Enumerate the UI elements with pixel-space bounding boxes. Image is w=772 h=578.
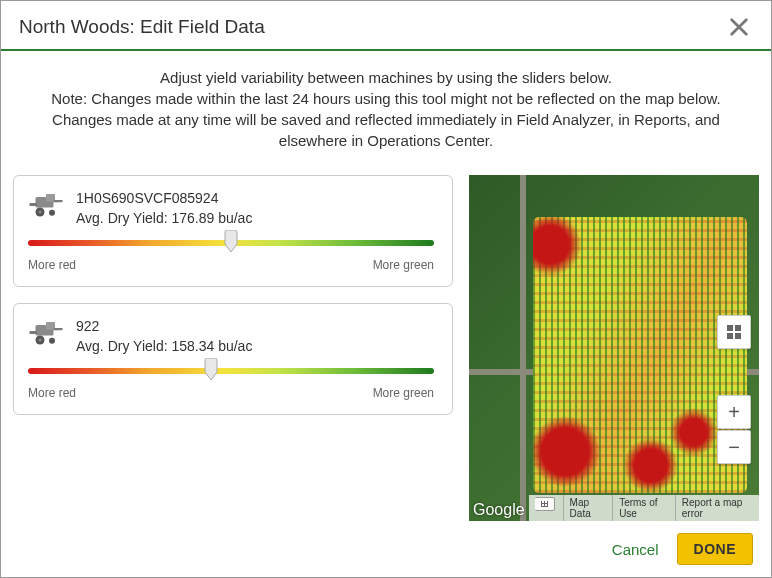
slider-label-right: More green	[373, 258, 434, 272]
yield-slider[interactable]	[28, 368, 434, 374]
content-area: 1H0S690SVCF085924 Avg. Dry Yield: 176.89…	[1, 163, 771, 521]
svg-point-5	[49, 210, 55, 216]
keyboard-shortcuts-button[interactable]	[529, 495, 563, 521]
close-icon	[728, 16, 750, 38]
map-panel[interactable]: + − Google Map Data Terms of Use Report …	[469, 175, 759, 521]
slider-thumb[interactable]	[203, 358, 219, 382]
terms-link[interactable]: Terms of Use	[612, 495, 675, 521]
map-zoom-controls: + −	[717, 395, 751, 464]
attribution-links: Map Data Terms of Use Report a map error	[529, 495, 759, 521]
svg-point-11	[39, 339, 42, 342]
machine-yield: Avg. Dry Yield: 176.89 bu/ac	[76, 210, 252, 226]
machine-list: 1H0S690SVCF085924 Avg. Dry Yield: 176.89…	[13, 175, 453, 521]
slider-label-right: More green	[373, 386, 434, 400]
dialog-header: North Woods: Edit Field Data	[1, 1, 771, 51]
machine-name: 1H0S690SVCF085924	[76, 190, 252, 206]
zoom-in-button[interactable]: +	[717, 395, 751, 429]
machine-name: 922	[76, 318, 252, 334]
map-data-link[interactable]: Map Data	[563, 495, 613, 521]
yield-overlay	[533, 217, 748, 494]
keyboard-icon	[535, 497, 555, 511]
combine-icon	[28, 192, 64, 220]
slider-thumb[interactable]	[223, 230, 239, 254]
svg-rect-15	[735, 325, 741, 331]
machine-card: 1H0S690SVCF085924 Avg. Dry Yield: 176.89…	[13, 175, 453, 287]
intro-text: Adjust yield variability between machine…	[1, 51, 771, 163]
map-attribution: Google Map Data Terms of Use Report a ma…	[469, 495, 759, 521]
slider-track	[28, 368, 434, 374]
combine-icon	[28, 320, 64, 348]
intro-line-1: Adjust yield variability between machine…	[31, 67, 741, 88]
intro-line-2: Note: Changes made within the last 24 ho…	[31, 88, 741, 151]
cancel-button[interactable]: Cancel	[612, 541, 659, 558]
svg-rect-6	[54, 200, 63, 202]
machine-header: 922 Avg. Dry Yield: 158.34 bu/ac	[28, 318, 434, 354]
edit-field-data-dialog: North Woods: Edit Field Data Adjust yiel…	[0, 0, 772, 578]
done-button[interactable]: DONE	[677, 533, 753, 565]
svg-rect-9	[30, 331, 38, 334]
svg-rect-13	[54, 328, 63, 330]
svg-rect-2	[30, 203, 38, 206]
slider-label-left: More red	[28, 386, 76, 400]
slider-labels: More red More green	[28, 258, 434, 272]
machine-header: 1H0S690SVCF085924 Avg. Dry Yield: 176.89…	[28, 190, 434, 226]
svg-point-4	[39, 211, 42, 214]
machine-info: 922 Avg. Dry Yield: 158.34 bu/ac	[76, 318, 252, 354]
close-button[interactable]	[725, 13, 753, 41]
machine-card: 922 Avg. Dry Yield: 158.34 bu/ac More re…	[13, 303, 453, 415]
grid-icon	[726, 324, 742, 340]
machine-info: 1H0S690SVCF085924 Avg. Dry Yield: 176.89…	[76, 190, 252, 226]
svg-rect-16	[727, 333, 733, 339]
google-logo: Google	[469, 499, 529, 521]
svg-rect-17	[735, 333, 741, 339]
yield-slider[interactable]	[28, 240, 434, 246]
slider-labels: More red More green	[28, 386, 434, 400]
machine-yield: Avg. Dry Yield: 158.34 bu/ac	[76, 338, 252, 354]
svg-rect-14	[727, 325, 733, 331]
slider-label-left: More red	[28, 258, 76, 272]
svg-point-12	[49, 338, 55, 344]
dialog-footer: Cancel DONE	[1, 521, 771, 577]
layers-button[interactable]	[717, 315, 751, 349]
map-layer-controls	[717, 315, 751, 349]
zoom-out-button[interactable]: −	[717, 430, 751, 464]
dialog-title: North Woods: Edit Field Data	[19, 16, 265, 38]
report-error-link[interactable]: Report a map error	[675, 495, 759, 521]
